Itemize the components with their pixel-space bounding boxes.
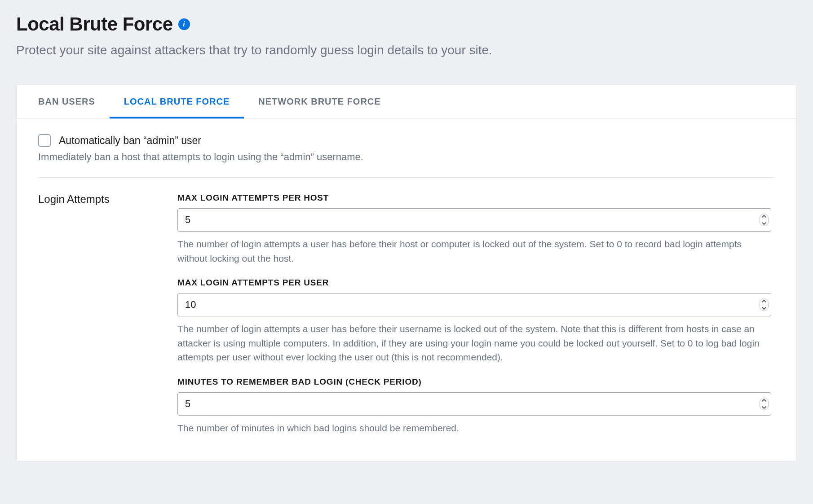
max-per-host-input[interactable]: [177, 208, 771, 232]
chevron-down-icon: [762, 307, 766, 310]
settings-panel: BAN USERS LOCAL BRUTE FORCE NETWORK BRUT…: [16, 84, 797, 461]
tab-local-brute-force[interactable]: LOCAL BRUTE FORCE: [110, 85, 244, 118]
chevron-up-icon: [762, 399, 766, 402]
page-title: Local Brute Force: [16, 13, 173, 35]
divider: [38, 177, 775, 178]
tab-network-brute-force[interactable]: NETWORK BRUTE FORCE: [244, 85, 395, 118]
chevron-up-icon: [762, 299, 766, 303]
login-attempts-section-label: Login Attempts: [38, 193, 177, 206]
max-per-user-input[interactable]: [177, 293, 771, 316]
tab-ban-users[interactable]: BAN USERS: [17, 85, 110, 118]
auto-ban-admin-description: Immediately ban a host that attempts to …: [38, 151, 775, 163]
auto-ban-admin-checkbox[interactable]: [38, 134, 51, 147]
chevron-down-icon: [762, 406, 766, 409]
max-per-host-label: MAX LOGIN ATTEMPTS PER HOST: [177, 193, 771, 203]
max-per-user-description: The number of login attempts a user has …: [177, 322, 771, 364]
tabs-bar: BAN USERS LOCAL BRUTE FORCE NETWORK BRUT…: [17, 85, 796, 119]
minutes-remember-description: The number of minutes in which bad login…: [177, 421, 771, 435]
info-icon[interactable]: i: [178, 18, 190, 30]
max-per-user-label: MAX LOGIN ATTEMPTS PER USER: [177, 278, 771, 288]
page-description: Protect your site against attackers that…: [16, 43, 797, 57]
chevron-up-icon: [762, 215, 766, 218]
max-per-host-description: The number of login attempts a user has …: [177, 237, 771, 265]
minutes-remember-input[interactable]: [177, 392, 771, 416]
chevron-down-icon: [762, 222, 766, 225]
auto-ban-admin-label: Automatically ban “admin” user: [59, 135, 201, 147]
minutes-remember-stepper[interactable]: [760, 398, 769, 410]
max-per-host-stepper[interactable]: [760, 214, 769, 226]
max-per-user-stepper[interactable]: [760, 298, 769, 311]
minutes-remember-label: MINUTES TO REMEMBER BAD LOGIN (CHECK PER…: [177, 377, 771, 387]
